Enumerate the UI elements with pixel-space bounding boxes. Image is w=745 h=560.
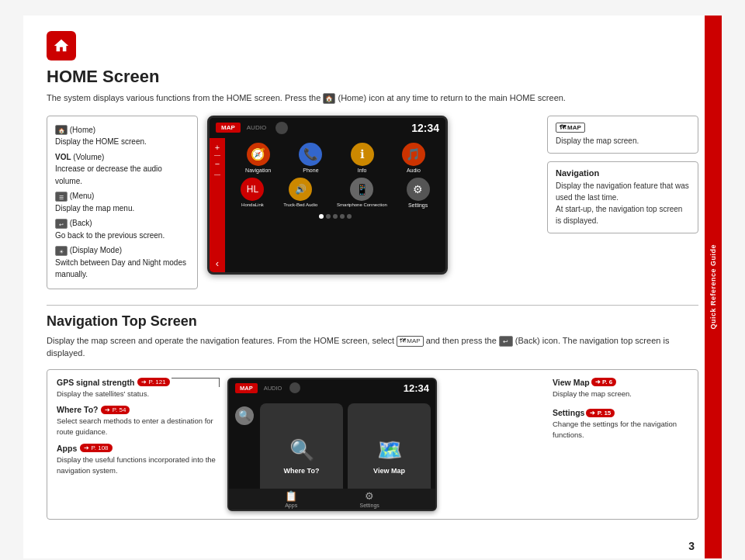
minus-btn[interactable]: − xyxy=(215,159,220,168)
settings-bottom-icon[interactable]: ⚙ Settings xyxy=(360,490,379,508)
map-icon-small: 🗺 xyxy=(560,124,566,131)
menu-inline-icon: ☰ xyxy=(55,192,68,202)
whereto-label: Where To? xyxy=(57,405,98,414)
search-circle-icon[interactable]: 🔍 xyxy=(235,406,254,425)
home-screen-mockup: MAP AUDIO 12:34 + − ‹ xyxy=(207,116,448,275)
apps-ref-badge: ➔ P. 108 xyxy=(80,444,112,452)
back-inline-badge: ↩ xyxy=(499,336,513,347)
app-phone[interactable]: 📞 Phone xyxy=(299,143,322,173)
display-inline-icon: ☀ xyxy=(55,246,68,256)
sidebar-tab: Quick Reference Guide xyxy=(705,16,722,558)
home-screen-section: HOME Screen The system displays various … xyxy=(47,67,698,289)
left-controls: + − ‹ xyxy=(210,138,225,275)
apps-bottom-label: Apps xyxy=(285,503,297,508)
where-to-icon: 🔍 xyxy=(289,438,314,462)
navigation-callout-desc: Display the navigation feature that was … xyxy=(556,180,690,226)
link-label: HondaLink xyxy=(241,202,264,208)
settings-right-block: Settings ➔ P. 15 Change the settings for… xyxy=(553,408,688,441)
nav-right-info: View Map ➔ P. 6 Display the map screen. … xyxy=(553,378,688,441)
dots-indicator xyxy=(231,214,439,219)
dot-5 xyxy=(347,214,352,219)
smart-icon: 📱 xyxy=(350,178,373,201)
dot-2 xyxy=(326,214,331,219)
plus-btn[interactable]: + xyxy=(215,143,220,152)
viewmap-ref-badge: ➔ P. 6 xyxy=(591,378,616,386)
callout-menu: ☰ (Menu) Display the map menu. xyxy=(55,190,189,214)
audio-icon: 🎵 xyxy=(402,143,425,166)
whereto-label-row: Where To? ➔ P. 54 xyxy=(57,405,220,414)
settings-label: Settings xyxy=(408,202,428,208)
audio-tab[interactable]: AUDIO xyxy=(247,124,266,131)
home-icon xyxy=(47,31,76,60)
vol-label: VOL xyxy=(55,153,71,161)
app-audio[interactable]: 🎵 Audio xyxy=(402,143,425,173)
nav-label: Navigation xyxy=(245,168,271,173)
nav-diagram: GPS signal strength ➔ P. 121 Display the… xyxy=(47,369,698,520)
map-circle-icon: 🗺 xyxy=(400,337,406,346)
map-badge: 🗺 MAP xyxy=(556,123,585,133)
apps-desc: Display the useful functions incorporate… xyxy=(57,455,220,476)
nav-bottom-bar: 📋 Apps ⚙ Settings xyxy=(229,489,435,510)
settings-ref-badge: ➔ P. 15 xyxy=(586,409,615,417)
map-badge-text: MAP xyxy=(567,124,581,131)
gps-info-block: GPS signal strength ➔ P. 121 Display the… xyxy=(57,378,220,399)
page-number: 3 xyxy=(688,540,695,552)
gps-label: GPS signal strength xyxy=(57,378,134,387)
map-callout-desc: Display the map screen. xyxy=(556,135,690,147)
nav-top-section: Navigation Top Screen Display the map sc… xyxy=(47,313,698,520)
app-smartphone[interactable]: 📱 Smartphone Connection xyxy=(337,178,387,208)
truck-icon: 🔊 xyxy=(289,178,312,201)
home-svg-icon xyxy=(53,37,70,54)
sidebar-label: Quick Reference Guide xyxy=(709,244,717,330)
left-arrow-btn[interactable]: ‹ xyxy=(216,258,219,269)
apps-label: Apps xyxy=(57,444,77,453)
app-row-1: 🧭 Navigation 📞 Phone ℹ Info xyxy=(231,143,439,173)
app-settings[interactable]: ⚙ Settings xyxy=(407,178,430,208)
where-to-label: Where To? xyxy=(284,467,320,475)
app-truck[interactable]: 🔊 Truck-Bed Audio xyxy=(283,178,317,208)
settings-right-label: Settings xyxy=(553,408,584,417)
nav-map-tab[interactable]: MAP xyxy=(235,383,258,393)
gps-ref-badge: ➔ P. 121 xyxy=(137,378,169,386)
map-tab[interactable]: MAP xyxy=(216,123,241,133)
dot-4 xyxy=(340,214,345,219)
nav-topbar: MAP AUDIO 12:34 xyxy=(229,379,435,397)
dot-1 xyxy=(319,214,324,219)
navigation-callout: Navigation Display the navigation featur… xyxy=(547,161,698,233)
callout-home: 🏠 (Home) Display the HOME screen. xyxy=(55,124,189,148)
home-section-title: HOME Screen xyxy=(47,67,698,87)
nav-section-desc: Display the map screen and operate the n… xyxy=(47,334,698,360)
back-inline-icon: ↩ xyxy=(55,219,68,229)
nav-screen-wrapper: MAP AUDIO 12:34 🔍 xyxy=(227,378,545,511)
map-callout-title: 🗺 MAP xyxy=(556,123,690,133)
apps-icon: 📋 xyxy=(285,490,297,502)
home-btn-inline: 🏠 xyxy=(323,93,335,104)
divider2 xyxy=(214,175,220,175)
whereto-info-block: Where To? ➔ P. 54 Select search methods … xyxy=(57,405,220,437)
nav-section-title: Navigation Top Screen xyxy=(47,313,698,330)
callout-vol: VOL (Volume) Increase or decrease the au… xyxy=(55,151,189,188)
nav-icon: 🧭 xyxy=(247,143,270,166)
home-section-desc: The system displays various functions fr… xyxy=(47,92,698,105)
viewmap-right-label: View Map xyxy=(553,378,590,387)
home-inline-icon: 🏠 xyxy=(55,125,68,135)
apps-bottom-icon[interactable]: 📋 Apps xyxy=(285,490,297,508)
whereto-ref-badge: ➔ P. 54 xyxy=(101,406,130,414)
viewmap-right-label-row: View Map ➔ P. 6 xyxy=(553,378,688,387)
audio-label: Audio xyxy=(407,168,421,173)
callout-display: ☀ (Display Mode) Switch between Day and … xyxy=(55,244,189,281)
nav-left-info: GPS signal strength ➔ P. 121 Display the… xyxy=(57,378,220,479)
section-divider xyxy=(47,305,698,306)
settings-right-desc: Change the settings for the navigation f… xyxy=(553,419,688,441)
app-navigation[interactable]: 🧭 Navigation xyxy=(245,143,271,173)
nav-audio-tab[interactable]: AUDIO xyxy=(264,385,282,392)
nav-bt-icon xyxy=(289,382,300,393)
bt-icon xyxy=(275,122,288,134)
app-hondalink[interactable]: HL HondaLink xyxy=(241,178,264,208)
phone-icon: 📞 xyxy=(299,143,322,166)
settings-right-label-row: Settings ➔ P. 15 xyxy=(553,408,688,417)
apps-info-block: Apps ➔ P. 108 Display the useful functio… xyxy=(57,444,220,476)
app-row-2: HL HondaLink 🔊 Truck-Bed Audio 📱 Smartph… xyxy=(231,178,439,208)
app-info[interactable]: ℹ Info xyxy=(351,143,374,173)
info-icon: ℹ xyxy=(351,143,374,166)
